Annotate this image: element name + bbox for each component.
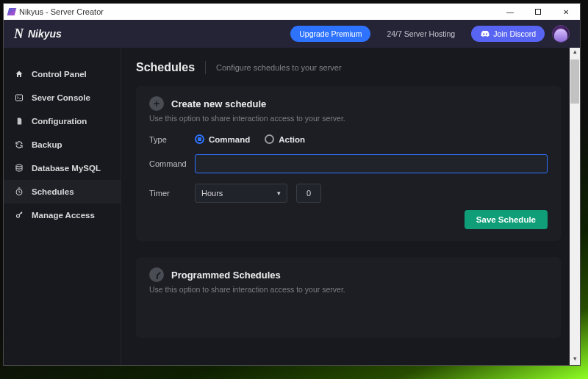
svg-rect-0 — [16, 95, 23, 101]
radio-dot-icon — [265, 134, 274, 144]
chevron-down-icon: ▾ — [277, 190, 281, 197]
sidebar-nav: Control Panel Sever Console Configuratio… — [4, 48, 121, 365]
timer-unit-select[interactable]: Hours ▾ — [195, 184, 287, 203]
radio-label: Command — [209, 135, 250, 144]
main-content: Schedules Configure schedules to your se… — [121, 48, 580, 365]
save-schedule-label: Save Schedule — [476, 215, 536, 224]
scrollbar-up-icon: ▴ — [570, 48, 580, 58]
svg-point-3 — [16, 214, 19, 217]
programmed-schedules-subtitle: Use this option to share interaction acc… — [149, 285, 548, 294]
sidebar-item-configuration[interactable]: Configuration — [4, 109, 121, 133]
radio-dot-icon — [195, 134, 204, 144]
window-titlebar: Nikyus - Server Creator — ✕ — [4, 4, 580, 20]
sidebar-item-label: Configuration — [32, 117, 87, 126]
type-radio-command[interactable]: Command — [195, 134, 250, 144]
window-minimize-button[interactable]: — — [496, 4, 524, 20]
create-schedule-subtitle: Use this option to share interaction acc… — [149, 114, 548, 123]
sidebar-item-label: Manage Access — [32, 211, 95, 220]
server-hosting-link[interactable]: 24/7 Server Hosting — [378, 26, 464, 42]
create-schedule-title: Create new schedule — [171, 98, 266, 109]
clock-icon — [14, 187, 24, 197]
command-input[interactable] — [195, 154, 548, 173]
timer-unit-selected: Hours — [201, 189, 223, 198]
desktop-background: Nikyus - Server Creator — ✕ N Nikyus Upg… — [0, 0, 588, 379]
programmed-schedules-title: Programmed Schedules — [171, 270, 281, 281]
type-radio-group: Command Action — [195, 134, 305, 144]
page-title: Schedules — [136, 61, 195, 74]
user-avatar[interactable] — [552, 25, 570, 43]
sidebar-item-control-panel[interactable]: Control Panel — [4, 62, 121, 86]
svg-point-1 — [16, 165, 22, 167]
window-maximize-button[interactable] — [524, 4, 552, 20]
timer-label: Timer — [149, 189, 195, 198]
home-icon — [14, 69, 24, 79]
refresh-icon — [14, 140, 24, 150]
window-close-button[interactable]: ✕ — [552, 4, 580, 20]
vertical-scrollbar[interactable]: ▴ ▾ — [570, 48, 580, 365]
app-window: Nikyus - Server Creator — ✕ N Nikyus Upg… — [3, 3, 581, 366]
timer-value-input[interactable] — [296, 184, 321, 203]
scrollbar-down-icon: ▾ — [570, 355, 580, 365]
file-icon — [14, 116, 24, 126]
sidebar-item-label: Schedules — [32, 187, 74, 196]
page-subtitle: Configure schedules to your server — [216, 63, 342, 72]
join-discord-button[interactable]: Join Discord — [471, 26, 545, 42]
brand-logo[interactable]: N Nikyus — [14, 26, 62, 42]
title-divider — [205, 61, 206, 74]
window-title: Nikyus - Server Creator — [19, 7, 104, 16]
radio-label: Action — [279, 135, 305, 144]
console-icon — [14, 93, 24, 103]
clock-icon — [149, 267, 164, 282]
sidebar-item-schedules[interactable]: Schedules — [4, 180, 121, 203]
sidebar-item-backup[interactable]: Backup — [4, 133, 121, 156]
type-label: Type — [149, 135, 195, 144]
brand-name: Nikyus — [28, 28, 62, 40]
plus-icon: + — [149, 96, 164, 111]
app-icon — [7, 8, 17, 15]
scrollbar-thumb[interactable] — [570, 59, 579, 104]
key-icon — [14, 210, 24, 220]
server-hosting-label: 24/7 Server Hosting — [387, 29, 455, 38]
upgrade-premium-label: Upgrade Premium — [299, 29, 362, 38]
upgrade-premium-button[interactable]: Upgrade Premium — [290, 26, 370, 42]
save-schedule-button[interactable]: Save Schedule — [465, 210, 548, 229]
app-header: N Nikyus Upgrade Premium 24/7 Server Hos… — [4, 20, 580, 48]
sidebar-item-database[interactable]: Database MySQL — [4, 156, 121, 180]
create-schedule-card: + Create new schedule Use this option to… — [136, 86, 561, 241]
avatar-image — [554, 29, 567, 42]
discord-icon — [480, 30, 490, 37]
sidebar-item-label: Backup — [32, 140, 62, 149]
sidebar-item-label: Database MySQL — [32, 164, 101, 173]
command-label: Command — [149, 159, 195, 168]
sidebar-item-label: Sever Console — [32, 93, 90, 102]
database-icon — [14, 163, 24, 173]
programmed-schedules-card: Programmed Schedules Use this option to … — [136, 257, 561, 338]
join-discord-label: Join Discord — [493, 29, 536, 38]
brand-mark-icon: N — [14, 26, 22, 42]
sidebar-item-manage-access[interactable]: Manage Access — [4, 203, 121, 227]
sidebar-item-label: Control Panel — [32, 70, 87, 79]
sidebar-item-server-console[interactable]: Sever Console — [4, 86, 121, 109]
type-radio-action[interactable]: Action — [265, 134, 305, 144]
